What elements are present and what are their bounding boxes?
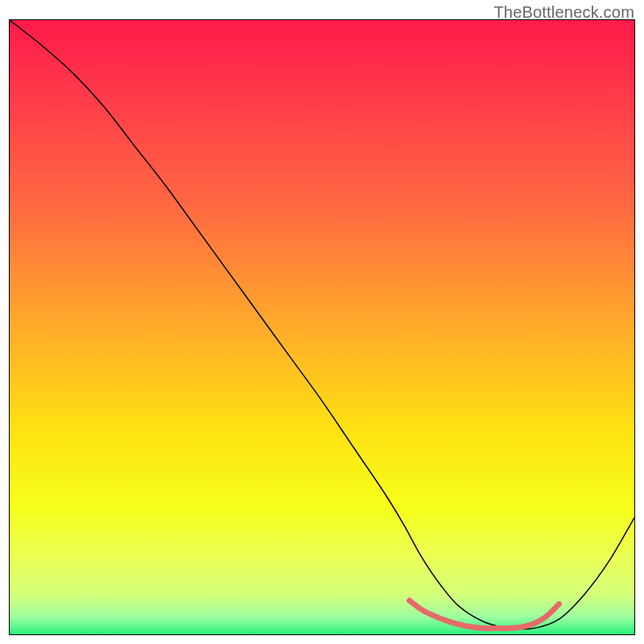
bottleneck-curve-path: [10, 20, 634, 630]
bottom-marker-path: [410, 601, 559, 628]
chart-plot-area: [9, 19, 635, 635]
watermark-text: TheBottleneck.com: [493, 3, 634, 22]
chart-curves-layer: [10, 20, 634, 634]
